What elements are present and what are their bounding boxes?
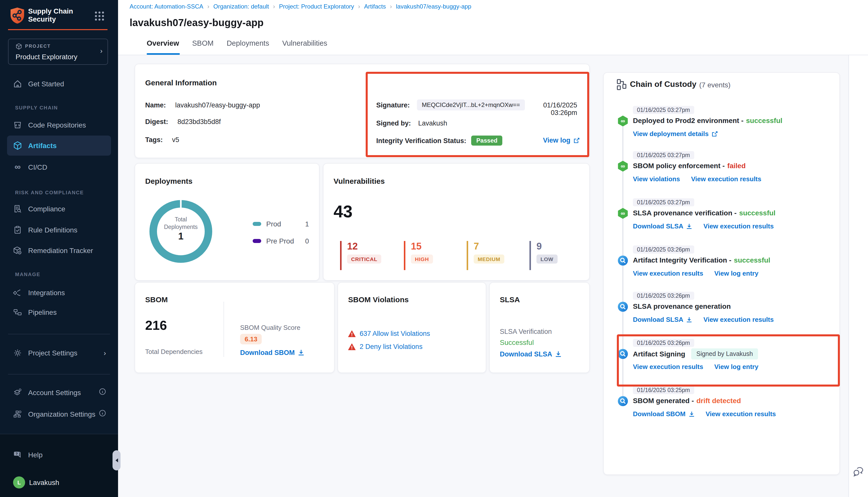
- svg-text:?: ?: [16, 452, 18, 456]
- app-grid-icon[interactable]: [95, 11, 104, 21]
- status-badge-passed: Passed: [472, 136, 503, 146]
- digest-row: Digest: 8d23bd3b5d8f: [145, 117, 221, 126]
- view-log-entry-link[interactable]: View log entry: [714, 363, 758, 370]
- event-links: Download SLSA View execution results: [633, 316, 774, 323]
- signature-timestamp: 01/16/2025 03:26pm: [522, 101, 577, 116]
- project-cube-icon: [16, 43, 22, 50]
- severity-badge: LOW: [536, 255, 557, 264]
- sidebar-item-organization-settings[interactable]: Organization Settings: [0, 405, 118, 423]
- tab-overview[interactable]: Overview: [147, 39, 179, 47]
- view-execution-results-link[interactable]: View execution results: [703, 316, 774, 323]
- signature-value[interactable]: MEQCICde2VjIT...bL+2+mqnOXw==: [417, 99, 525, 111]
- layers-gear-icon: [13, 388, 22, 397]
- user-name: Lavakush: [29, 479, 59, 486]
- cube-tag-icon: [13, 246, 22, 255]
- user-menu[interactable]: L Lavakush: [13, 477, 59, 488]
- tags-value: v5: [172, 136, 179, 144]
- sidebar-divider: [8, 334, 110, 334]
- event-timestamp: 01/16/2025 03:27pm: [633, 151, 694, 159]
- card-heading: General Information: [145, 78, 217, 87]
- sidebar-section-risk: RISK AND COMPLIANCE: [0, 187, 84, 197]
- card-heading: SBOM Violations: [348, 295, 409, 304]
- sidebar-item-integrations[interactable]: Integrations: [0, 284, 118, 302]
- sidebar-item-compliance[interactable]: Compliance: [0, 200, 118, 218]
- sbom-quality-label: SBOM Quality Score: [240, 324, 300, 331]
- chevron-separator: ›: [273, 3, 275, 10]
- project-name: Product Exploratory: [16, 53, 78, 61]
- slsa-verification-label: SLSA Verification: [500, 328, 552, 335]
- total-dependencies-value: 216: [145, 318, 167, 333]
- avatar: L: [13, 477, 25, 488]
- sidebar-item-remediation-tracker[interactable]: Remediation Tracker: [0, 241, 118, 259]
- breadcrumb-artifacts[interactable]: Artifacts: [364, 3, 386, 10]
- event-title: SLSA provenance verification -successful: [633, 209, 775, 217]
- project-label: PROJECT: [25, 44, 51, 49]
- sbom-quality-score-badge: 6.13: [240, 334, 262, 344]
- severity-critical: 12 CRITICAL: [340, 241, 381, 270]
- sidebar-item-code-repositories[interactable]: Code Repositories: [0, 116, 118, 134]
- sidebar-item-cicd[interactable]: ∞ CI/CD: [0, 158, 118, 176]
- breadcrumb: Account: Automation-SSCA › Organization:…: [130, 3, 472, 10]
- warning-icon: [348, 343, 356, 350]
- event-status: successful: [746, 116, 782, 125]
- download-sbom-link[interactable]: Download SBOM: [633, 410, 695, 418]
- download-slsa-link[interactable]: Download SLSA: [500, 351, 562, 358]
- chevron-right-icon: ›: [100, 47, 102, 55]
- view-log-link[interactable]: View log: [543, 137, 579, 144]
- event-links: Download SLSA View execution results: [633, 223, 774, 230]
- view-violations-link[interactable]: View violations: [633, 175, 680, 183]
- view-deployment-details-link[interactable]: View deployment details: [633, 130, 718, 138]
- tab-vulnerabilities[interactable]: Vulnerabilities: [282, 39, 327, 47]
- sidebar-section-supply-chain: SUPPLY CHAIN: [0, 102, 58, 112]
- event-links: View deployment details: [633, 130, 718, 138]
- breadcrumb-organization[interactable]: Organization: default: [213, 3, 269, 10]
- download-icon: [686, 223, 692, 229]
- sbom-violations-card: SBOM Violations 637 Allow list Violation…: [338, 282, 486, 373]
- download-sbom-link[interactable]: Download SBOM: [240, 349, 304, 356]
- event-status: successful: [739, 209, 775, 217]
- legend-value-pre-prod: 0: [305, 237, 309, 245]
- breadcrumb-account[interactable]: Account: Automation-SSCA: [130, 3, 204, 10]
- tab-deployments[interactable]: Deployments: [226, 39, 269, 47]
- view-execution-results-link[interactable]: View execution results: [705, 410, 776, 418]
- breadcrumb-project[interactable]: Project: Product Exploratory: [279, 3, 354, 10]
- download-slsa-link[interactable]: Download SLSA: [633, 223, 692, 230]
- deny-list-violations-link[interactable]: 2 Deny list Violations: [360, 343, 422, 351]
- project-selector[interactable]: PROJECT Product Exploratory ›: [8, 39, 108, 65]
- legend-item-pre-prod[interactable]: Pre Prod 0: [253, 237, 309, 245]
- sidebar-item-account-settings[interactable]: Account Settings: [0, 384, 118, 402]
- legend-item-prod[interactable]: Prod 1: [253, 220, 309, 228]
- sidebar-item-get-started[interactable]: Get Started: [0, 75, 118, 93]
- event-timestamp: 01/16/2025 03:26pm: [633, 245, 694, 254]
- total-dependencies-label: Total Dependencies: [145, 348, 202, 355]
- sidebar-item-rule-definitions[interactable]: Rule Definitions: [0, 221, 118, 239]
- legend-swatch-prod: [253, 222, 261, 226]
- sidebar-item-artifacts[interactable]: Artifacts: [0, 137, 118, 155]
- vulnerabilities-total: 43: [334, 202, 353, 222]
- download-slsa-link[interactable]: Download SLSA: [633, 316, 692, 323]
- sidebar-item-project-settings[interactable]: Project Settings ›: [0, 344, 118, 362]
- deploy-stage-icon: ∞: [617, 115, 628, 127]
- sidebar-collapse-handle[interactable]: [113, 450, 121, 470]
- download-icon: [298, 350, 304, 356]
- breadcrumb-artifact-name[interactable]: lavakush07/easy-buggy-app: [396, 3, 472, 10]
- download-icon: [555, 351, 562, 357]
- sbom-card: SBOM 216 Total Dependencies SBOM Quality…: [135, 282, 335, 373]
- event-links: Download SBOM View execution results: [633, 410, 776, 418]
- sidebar: Supply Chain Security PROJECT Product Ex…: [0, 0, 118, 497]
- digest-value: 8d23bd3b5d8f: [177, 118, 221, 126]
- view-execution-results-link[interactable]: View execution results: [691, 175, 761, 183]
- tab-sbom[interactable]: SBOM: [192, 39, 213, 47]
- allow-list-violations-link[interactable]: 637 Allow list Violations: [360, 330, 430, 337]
- sidebar-item-help[interactable]: ? Help: [0, 446, 118, 464]
- view-execution-results-link[interactable]: View execution results: [633, 363, 703, 370]
- sidebar-item-pipelines[interactable]: Pipelines: [0, 303, 118, 321]
- view-log-entry-link[interactable]: View log entry: [714, 270, 758, 277]
- support-chat-icon[interactable]: [852, 465, 865, 478]
- chevron-separator: ›: [208, 3, 209, 10]
- view-execution-results-link[interactable]: View execution results: [703, 223, 774, 230]
- chevron-separator: ›: [390, 3, 392, 10]
- view-execution-results-link[interactable]: View execution results: [633, 270, 703, 277]
- external-link-icon: [573, 137, 579, 143]
- home-icon: [13, 79, 22, 88]
